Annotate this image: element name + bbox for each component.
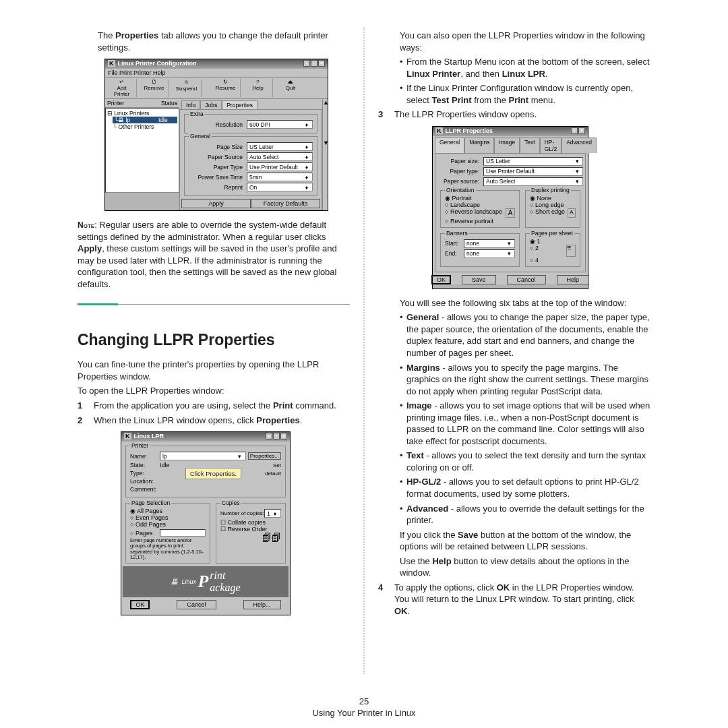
section-rule: [78, 303, 350, 305]
note-block: Note: Regular users are able to override…: [78, 219, 350, 290]
bullet-margins: •Margins - allows you to specify the pag…: [378, 362, 650, 398]
column-divider: [363, 27, 365, 674]
linux-printer-config-screenshot: KLinux Printer Configuration •▫× File Pr…: [104, 59, 328, 211]
section-heading: Changing LLPR Properties: [78, 331, 350, 349]
bullet-general: •General - allows you to change the pape…: [378, 311, 650, 359]
step-3: 3The LLPR Properties window opens.: [378, 109, 650, 121]
step-1: 1 From the application you are using, se…: [78, 400, 350, 412]
help-note: Use the Help button to view details abou…: [378, 555, 650, 579]
linux-lpr-screenshot: KLinux LPR •▫× Printer Name:lp▾Propertie…: [118, 431, 293, 615]
step-2: 2 When the Linux LPR window opens, click…: [78, 415, 350, 427]
bullet-startup: •From the Startup Menu icon at the botto…: [378, 56, 650, 80]
tabs-intro: You will see the following six tabs at t…: [378, 297, 650, 309]
bullet-image: •Image - allows you to set image options…: [378, 400, 650, 447]
step-4: 4 To apply the options, click OK in the …: [378, 582, 650, 617]
llpr-intro: You can fine-tune the printer's properti…: [78, 359, 350, 382]
callout-click-properties: Click Properties.: [185, 468, 241, 479]
intro-text: The Properties tab allows you to change …: [78, 30, 350, 53]
bullet-testprint: •If the Linux Printer Configuration wind…: [378, 82, 650, 106]
page-footer: 25 Using Your Printer in Linux: [0, 696, 728, 718]
bullet-text: •Text - allows you to select the text de…: [378, 450, 650, 473]
bullet-hpgl: •HP-GL/2 - allows you to set default opt…: [378, 476, 650, 499]
save-note: If you click the Save button at the bott…: [378, 529, 650, 553]
bullet-advanced: •Advanced - allows you to override the d…: [378, 503, 650, 526]
llpr-properties-screenshot: KLLPR Properties •× General Margins Imag…: [432, 126, 588, 289]
llpr-open: To open the LLPR Properties window:: [78, 385, 350, 397]
right-intro: You can also open the LLPR Properties wi…: [378, 30, 650, 53]
